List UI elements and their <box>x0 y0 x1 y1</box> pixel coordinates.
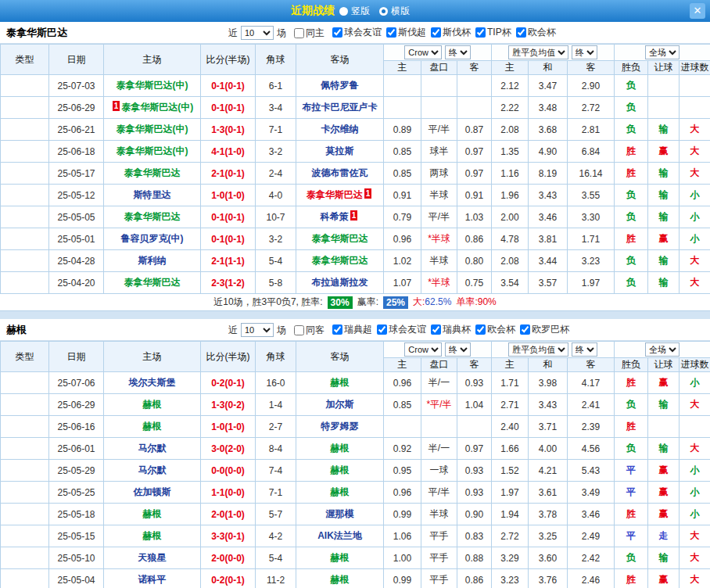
same-side-filter[interactable]: 同主 <box>294 27 325 40</box>
radio-horizontal-icon[interactable] <box>379 7 388 16</box>
final-odds-select[interactable]: 终 <box>445 342 471 357</box>
score-cell[interactable]: 1-0(1-0) <box>201 416 256 438</box>
odds-company-select[interactable]: Crow <box>404 45 442 59</box>
league-checkbox[interactable] <box>431 27 441 38</box>
wdl-avg-select[interactable]: 胜平负均值 <box>508 45 568 59</box>
close-icon[interactable]: ✕ <box>690 3 705 19</box>
match-count-select[interactable]: 10 <box>241 26 274 40</box>
score-cell[interactable]: 1-0(1-0) <box>201 185 256 206</box>
layout-vertical-option[interactable]: 竖版 <box>339 5 370 18</box>
home-team-cell[interactable]: 赫根 <box>104 525 201 547</box>
score-cell[interactable]: 0-1(0-1) <box>201 75 256 97</box>
league-filter[interactable]: 斯伐杯 <box>431 26 471 39</box>
league-checkbox[interactable] <box>332 27 342 38</box>
away-team-cell[interactable]: 布拉卡巴尼亚卢卡 <box>296 97 384 119</box>
home-team-cell[interactable]: 埃尔夫斯堡 <box>104 372 201 394</box>
home-team-cell[interactable]: 斯特里达 <box>104 185 201 206</box>
score-cell[interactable]: 4-1(1-0) <box>201 141 256 163</box>
away-team-cell[interactable]: 卡尔维纳 <box>296 119 384 141</box>
away-team-cell[interactable]: 科希策1 <box>296 206 384 228</box>
away-team-cell[interactable]: 加尔斯 <box>296 394 384 416</box>
score-cell[interactable]: 1-3(0-1) <box>201 119 256 141</box>
home-team-cell[interactable]: 泰拿华斯巴达 <box>104 206 201 228</box>
home-team-cell[interactable]: 鲁容贝罗克(中) <box>104 228 201 250</box>
match-count-select[interactable]: 10 <box>241 323 274 337</box>
league-filter[interactable]: 球会友谊 <box>332 26 382 39</box>
away-team-cell[interactable]: 波德布雷佐瓦 <box>296 163 384 185</box>
scope-select[interactable]: 全场 <box>645 45 680 59</box>
score-cell[interactable]: 0-1(0-1) <box>201 228 256 250</box>
score-cell[interactable]: 1-1(0-0) <box>201 482 256 504</box>
score-cell[interactable]: 3-3(0-1) <box>201 525 256 547</box>
home-team-cell[interactable]: 泰拿华斯巴达 <box>104 163 201 185</box>
home-team-cell[interactable]: 泰拿华斯巴达(中) <box>104 119 201 141</box>
home-team-cell[interactable]: 马尔默 <box>104 460 201 482</box>
home-team-cell[interactable]: 1泰拿华斯巴达(中) <box>104 97 201 119</box>
league-checkbox[interactable] <box>520 324 530 335</box>
league-filter[interactable]: 瑞典杯 <box>431 323 471 336</box>
odds-company-select[interactable]: Crow <box>404 342 442 357</box>
league-filter[interactable]: 球会友谊 <box>377 323 426 336</box>
home-team-cell[interactable]: 诺科平 <box>104 569 201 588</box>
away-team-cell[interactable]: 赫根 <box>296 482 384 504</box>
home-team-cell[interactable]: 斯利纳 <box>104 250 201 272</box>
away-team-cell[interactable]: 赫根 <box>296 547 384 569</box>
away-team-cell[interactable]: 佩特罗鲁 <box>296 75 384 97</box>
score-cell[interactable]: 0-2(0-1) <box>201 372 256 394</box>
league-checkbox[interactable] <box>475 324 486 335</box>
score-cell[interactable]: 2-1(0-1) <box>201 163 256 185</box>
score-cell[interactable]: 0-2(0-1) <box>201 569 256 588</box>
league-checkbox[interactable] <box>516 27 526 38</box>
final-odds-select[interactable]: 终 <box>445 45 471 59</box>
away-team-cell[interactable]: 赫根 <box>296 460 384 482</box>
home-team-cell[interactable]: 泰拿华斯巴达(中) <box>104 141 201 163</box>
same-side-filter[interactable]: 同客 <box>294 324 325 337</box>
home-team-cell[interactable]: 泰拿华斯巴达(中) <box>104 75 201 97</box>
score-cell[interactable]: 0-0(0-0) <box>201 460 256 482</box>
league-checkbox[interactable] <box>386 27 396 38</box>
score-cell[interactable]: 3-0(2-0) <box>201 438 256 460</box>
same-side-checkbox[interactable] <box>294 325 304 335</box>
league-filter[interactable]: 欧会杯 <box>516 26 556 39</box>
away-team-cell[interactable]: 特罗姆瑟 <box>296 416 384 438</box>
league-filter[interactable]: 斯伐超 <box>386 26 426 39</box>
away-team-cell[interactable]: 莫拉斯 <box>296 141 384 163</box>
home-team-cell[interactable]: 佐加顿斯 <box>104 482 201 504</box>
away-team-cell[interactable]: 赫根 <box>296 372 384 394</box>
league-filter[interactable]: TIP杯 <box>475 26 511 39</box>
home-team-cell[interactable]: 马尔默 <box>104 438 201 460</box>
layout-horizontal-option[interactable]: 横版 <box>379 5 410 18</box>
away-team-cell[interactable]: 泰拿华斯巴达1 <box>296 185 384 206</box>
league-checkbox[interactable] <box>332 324 342 335</box>
league-filter[interactable]: 瑞典超 <box>332 323 372 336</box>
scope-select[interactable]: 全场 <box>645 342 680 357</box>
league-checkbox[interactable] <box>431 324 441 335</box>
home-team-cell[interactable]: 赫根 <box>104 416 201 438</box>
home-team-cell[interactable]: 天狼星 <box>104 547 201 569</box>
score-cell[interactable]: 1-3(0-2) <box>201 394 256 416</box>
away-team-cell[interactable]: 泰拿华斯巴达 <box>296 228 384 250</box>
home-team-cell[interactable]: 赫根 <box>104 504 201 525</box>
same-side-checkbox[interactable] <box>294 28 304 38</box>
score-cell[interactable]: 2-0(1-0) <box>201 504 256 525</box>
home-team-cell[interactable]: 赫根 <box>104 394 201 416</box>
score-cell[interactable]: 0-1(0-1) <box>201 97 256 119</box>
radio-vertical-icon[interactable] <box>339 7 348 16</box>
score-cell[interactable]: 2-0(0-0) <box>201 547 256 569</box>
away-team-cell[interactable]: 布拉迪斯拉发 <box>296 272 384 294</box>
away-team-cell[interactable]: 赫根 <box>296 569 384 588</box>
away-team-cell[interactable]: AIK法兰地 <box>296 525 384 547</box>
final-wdl-select[interactable]: 终 <box>572 45 597 59</box>
league-filter[interactable]: 欧会杯 <box>475 323 515 336</box>
home-team-cell[interactable]: 泰拿华斯巴达 <box>104 272 201 294</box>
final-wdl-select[interactable]: 终 <box>572 342 597 357</box>
away-team-cell[interactable]: 赫根 <box>296 438 384 460</box>
score-cell[interactable]: 2-1(1-1) <box>201 250 256 272</box>
league-checkbox[interactable] <box>475 27 486 38</box>
wdl-avg-select[interactable]: 胜平负均值 <box>508 342 568 357</box>
away-team-cell[interactable]: 渥那模 <box>296 504 384 525</box>
away-team-cell[interactable]: 泰拿华斯巴达 <box>296 250 384 272</box>
score-cell[interactable]: 0-1(0-1) <box>201 206 256 228</box>
league-filter[interactable]: 欧罗巴杯 <box>520 323 569 336</box>
league-checkbox[interactable] <box>377 324 387 335</box>
